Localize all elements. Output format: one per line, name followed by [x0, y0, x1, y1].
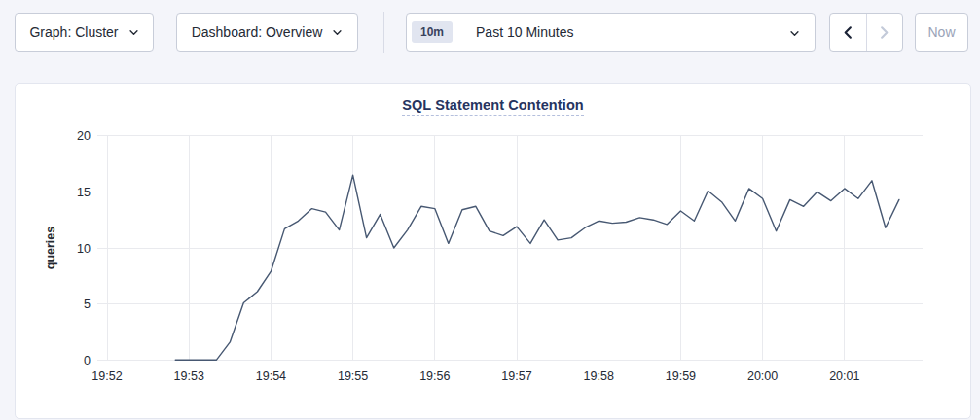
toolbar-divider	[383, 12, 384, 52]
chevron-down-icon	[128, 27, 139, 38]
svg-text:15: 15	[77, 186, 91, 199]
svg-text:5: 5	[84, 298, 91, 311]
svg-text:19:54: 19:54	[256, 369, 286, 383]
chart-title[interactable]: SQL Statement Contention	[402, 97, 584, 116]
svg-text:19:53: 19:53	[174, 369, 204, 383]
svg-text:19:56: 19:56	[419, 369, 450, 383]
svg-text:queries: queries	[44, 227, 57, 270]
svg-text:19:55: 19:55	[338, 369, 368, 383]
time-back-button[interactable]	[830, 14, 867, 51]
time-forward-button[interactable]	[867, 14, 903, 51]
svg-text:20: 20	[77, 129, 91, 143]
graph-dropdown-label: Graph: Cluster	[29, 24, 118, 40]
chevron-down-icon	[332, 27, 343, 38]
chevron-left-icon	[841, 25, 855, 40]
graph-dropdown[interactable]: Graph: Cluster	[15, 13, 154, 52]
svg-text:19:57: 19:57	[501, 369, 531, 383]
time-range-badge: 10m	[412, 21, 453, 43]
time-range-selector[interactable]: 10m Past 10 Minutes	[406, 13, 816, 52]
svg-text:19:58: 19:58	[584, 369, 614, 383]
now-button-label: Now	[927, 24, 955, 40]
svg-text:20:01: 20:01	[829, 369, 859, 383]
time-nav-group	[829, 13, 903, 52]
chevron-down-icon	[789, 28, 800, 39]
chart-title-row: SQL Statement Contention	[16, 96, 970, 114]
svg-text:0: 0	[84, 354, 91, 368]
svg-text:19:52: 19:52	[91, 369, 122, 383]
now-button[interactable]: Now	[915, 13, 968, 52]
svg-text:19:59: 19:59	[666, 369, 696, 383]
dashboard-dropdown[interactable]: Dashboard: Overview	[176, 13, 358, 52]
chevron-right-icon	[877, 25, 891, 40]
sql-contention-chart[interactable]: 19:5219:5319:5419:5519:5619:5719:5819:59…	[16, 121, 972, 412]
chart-panel: SQL Statement Contention 19:5219:5319:54…	[15, 83, 971, 419]
time-range-label: Past 10 Minutes	[476, 24, 573, 40]
dashboard-dropdown-label: Dashboard: Overview	[192, 24, 323, 40]
svg-text:10: 10	[77, 242, 91, 256]
svg-text:20:00: 20:00	[747, 369, 778, 383]
